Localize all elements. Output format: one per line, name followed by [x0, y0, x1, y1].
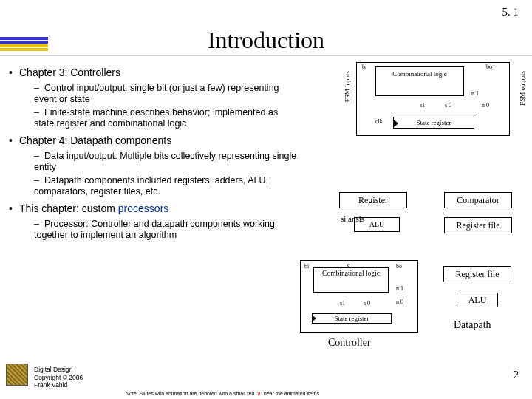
footer-line3: Frank Vahid: [34, 381, 83, 389]
footer-text: Digital Design Copyright © 2006 Frank Va…: [34, 366, 83, 389]
fsm-outputs-label: FSM outputs: [519, 71, 526, 106]
footer-line1: Digital Design: [34, 366, 83, 373]
controller-state-register: State register: [312, 313, 392, 324]
bullet-ch4-sub2: –Datapath components included registers,…: [34, 175, 297, 198]
datapath-register-file: Register file: [443, 266, 511, 282]
fsm-n1: n 1: [471, 90, 479, 97]
fsm-state-register: State register: [393, 117, 474, 129]
animation-note: Note: Slides with animation are denoted …: [126, 391, 319, 396]
bullet-ch5-proc: processors: [118, 202, 168, 214]
bullet-ch5: •This chapter: custom processors: [9, 202, 297, 216]
bullet-ch3-label: Chapter 3: Controllers: [19, 66, 120, 78]
fsm-comb-logic: Combinational logic: [375, 66, 464, 96]
mid-blocks: Register Comparator si ansis ALU Registe…: [311, 192, 522, 248]
ctrl-n1: n 1: [396, 285, 403, 292]
block-comparator: Comparator: [444, 192, 512, 208]
footer-icon: [6, 364, 28, 386]
block-alu: ALU: [354, 217, 400, 232]
controller-datapath-diagram: Combinational logic State register bi bo…: [300, 260, 522, 364]
fsm-inputs-label: FSM inputs: [344, 71, 351, 102]
controller-comb-logic: Combinational logic: [313, 267, 389, 293]
fsm-s0: s 0: [445, 102, 451, 109]
bullet-ch3: •Chapter 3: Controllers: [9, 66, 297, 80]
fsm-clk: clk: [375, 118, 383, 125]
title-decor: [0, 37, 48, 50]
fsm-bo: bo: [486, 64, 492, 70]
ctrl-s1: s1: [340, 300, 345, 307]
block-register: Register: [339, 192, 407, 208]
datapath-alu: ALU: [457, 293, 498, 307]
ctrl-e: e: [347, 262, 350, 268]
fsm-diagram: FSM inputs FSM outputs Combinational log…: [334, 62, 526, 151]
content-area: •Chapter 3: Controllers –Control input/o…: [9, 62, 297, 243]
page-number: 2: [514, 369, 519, 381]
bullet-ch4-label: Chapter 4: Datapath components: [19, 134, 171, 146]
bullet-ch5-sub1: –Processor: Controller and datapath comp…: [34, 219, 297, 242]
fsm-s1: s1: [420, 102, 425, 109]
ctrl-bi: bi: [304, 263, 309, 270]
footer-line2: Copyright © 2006: [34, 374, 83, 381]
page-title: Introduction: [0, 27, 532, 54]
title-underline: [0, 55, 532, 56]
datapath-label: Datapath: [454, 319, 491, 331]
bullet-ch4-sub1: –Data input/output: Multiple bits collec…: [34, 151, 297, 174]
bullet-ch5-pre: This chapter: custom: [19, 202, 118, 214]
block-register-file: Register file: [444, 217, 512, 233]
slide-number: 5. 1: [502, 6, 519, 18]
fsm-bi: bi: [362, 64, 366, 70]
bullet-ch3-sub1: –Control input/output: single bit (or ju…: [34, 83, 297, 106]
fsm-n0: n 0: [482, 102, 489, 109]
title-bar: Introduction: [0, 27, 532, 53]
ctrl-bo: bo: [396, 263, 402, 270]
ctrl-n0: n 0: [396, 299, 403, 305]
ctrl-s0: s 0: [364, 300, 370, 307]
controller-label: Controller: [328, 337, 371, 349]
bullet-ch3-sub2: –Finite-state machine describes behavior…: [34, 107, 297, 130]
bullet-ch4: •Chapter 4: Datapath components: [9, 134, 297, 148]
